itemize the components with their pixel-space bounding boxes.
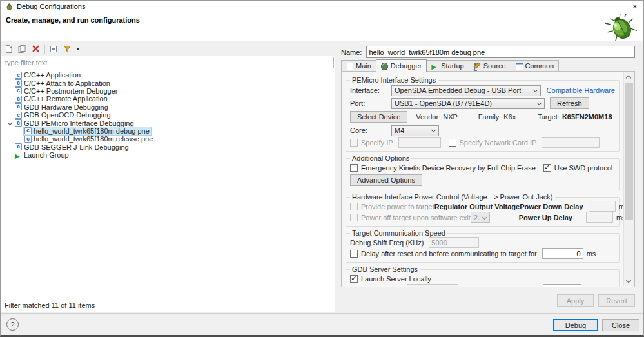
scrollbar-thumb[interactable] (625, 83, 633, 220)
port-select[interactable]: USB1 - OpenSDA (B7791E4D) (391, 98, 545, 109)
specify-network-checkbox[interactable] (449, 139, 456, 147)
use-swd-checkbox[interactable] (543, 164, 551, 172)
chevron-down-icon (533, 88, 538, 93)
family-value: K6x (503, 113, 516, 121)
tree-item[interactable]: C/C++ Postmortem Debugger (1, 87, 335, 95)
c-icon (15, 143, 22, 150)
bug-icon (381, 63, 388, 70)
filter-input[interactable] (3, 57, 334, 68)
delay-after-reset-checkbox[interactable] (350, 250, 358, 258)
network-card-ip-input (542, 137, 600, 148)
core-select[interactable]: M4 (391, 125, 439, 136)
expand-arrow-icon[interactable] (7, 119, 14, 127)
configurations-panel: C/C++ Application C/C++ Attach to Applic… (1, 41, 335, 312)
tab[interactable]: Startup (426, 60, 469, 71)
apply-revert-row: Apply Revert (557, 294, 635, 307)
configurations-toolbar (1, 41, 335, 56)
tree-item[interactable]: Launch Group (1, 151, 335, 159)
tab-label: Startup (441, 62, 463, 70)
c-icon (15, 87, 22, 94)
c-icon (15, 79, 22, 87)
group-title: PEMicro Interface Settings (350, 76, 438, 84)
dialog-body: C/C++ Application C/C++ Attach to Applic… (1, 41, 643, 312)
toolbar-separator (44, 45, 45, 54)
tab[interactable]: Common (511, 60, 560, 71)
name-row: Name: (341, 46, 635, 58)
help-icon[interactable]: ? (6, 318, 19, 331)
tree-item[interactable]: hello_world_twrk65f180m debug pne (1, 127, 335, 135)
filter-configurations-icon[interactable] (62, 43, 73, 55)
port-label: Port: (350, 99, 391, 107)
apply-button: Apply (557, 294, 594, 307)
emergency-recovery-checkbox[interactable] (350, 164, 358, 172)
tree-item-label: GDB OpenOCD Debugging (24, 111, 111, 119)
advanced-options-button[interactable]: Advanced Options (350, 174, 422, 186)
tree-item[interactable]: hello_world_twrk65f180m release pne (1, 135, 335, 143)
scroll-up-icon[interactable] (624, 72, 634, 82)
name-input[interactable] (366, 46, 635, 58)
window-close-icon[interactable]: × (631, 2, 639, 11)
play-icon (431, 63, 438, 70)
debug-configurations-dialog: Debug Configurations × Create, manage, a… (0, 0, 644, 337)
power-down-delay-input (589, 201, 616, 212)
tree-item-label: GDB PEMicro Interface Debugging (24, 119, 134, 127)
launch-server-locally-label: Launch Server Locally (361, 275, 431, 283)
tree-item-label: C/C++ Remote Application (24, 95, 108, 103)
chevron-down-icon (431, 128, 436, 133)
interface-label: Interface: (350, 87, 391, 94)
tree-item-label: GDB Hardware Debugging (24, 103, 108, 111)
title-bar: Debug Configurations × (1, 1, 643, 12)
scroll-down-icon[interactable] (624, 276, 634, 286)
delay-after-reset-label: Delay after reset and before communicati… (361, 250, 537, 258)
vertical-scrollbar[interactable] (623, 72, 634, 286)
tree-item-label: C/C++ Attach to Application (24, 79, 110, 87)
launch-server-locally-checkbox[interactable] (350, 275, 358, 283)
new-configuration-icon[interactable] (3, 43, 14, 55)
tree-item[interactable]: C/C++ Application (1, 71, 335, 79)
tree-item-label: C/C++ Application (24, 71, 81, 79)
tab-label: Common (525, 62, 554, 70)
source-icon (474, 63, 481, 70)
tree-item-label: hello_world_twrk65f180m release pne (34, 135, 153, 143)
dialog-subtitle: Create, manage, and run configurations (6, 16, 140, 24)
specify-network-label: Specify Network Card IP (460, 139, 537, 147)
communication-speed-group: Target Communication Speed Debug Shift F… (346, 233, 620, 263)
use-swd-label: Use SWD protocol (554, 164, 612, 172)
c-icon (15, 103, 22, 110)
voltage-select: 2V (471, 212, 490, 223)
tree-item-label: C/C++ Postmortem Debugger (24, 87, 118, 95)
debugger-settings-viewport: PEMicro Interface Settings Interface: Op… (341, 71, 635, 287)
tree-item[interactable]: GDB PEMicro Interface Debugging (1, 119, 335, 127)
tree-item[interactable]: GDB OpenOCD Debugging (1, 111, 335, 119)
tree-item[interactable]: C/C++ Remote Application (1, 95, 335, 103)
close-button[interactable]: Close (602, 319, 639, 331)
c-icon (15, 112, 22, 119)
interface-select[interactable]: OpenSDA Embedded Debug - USB Port (391, 85, 541, 96)
power-up-delay-label: Power Up Delay (519, 214, 572, 221)
refresh-button[interactable]: Refresh (550, 97, 589, 109)
delay-input[interactable] (542, 248, 583, 259)
tab[interactable]: Debugger (376, 59, 427, 72)
tab[interactable]: Main (341, 60, 376, 71)
c-icon (15, 72, 22, 79)
filter-menu-caret-icon[interactable] (76, 48, 80, 50)
tree-item[interactable]: GDB Hardware Debugging (1, 103, 335, 111)
tree-item-label: Launch Group (24, 151, 69, 159)
emergency-recovery-label: Emergency Kinetis Device Recovery by Ful… (361, 164, 536, 172)
ms-label: ms (587, 250, 596, 258)
vendor-value: NXP (443, 113, 458, 121)
tree-item[interactable]: GDB SEGGER J-Link Debugging (1, 143, 335, 151)
debug-button[interactable]: Debug (553, 319, 598, 331)
group-title: Target Communication Speed (350, 229, 447, 237)
collapse-all-icon[interactable] (48, 43, 60, 55)
freq-label: Debug Shift Freq (KHz) (350, 239, 424, 247)
duplicate-configuration-icon[interactable] (16, 43, 28, 55)
select-device-button[interactable]: Select Device (350, 111, 407, 123)
tree-item[interactable]: C/C++ Attach to Application (1, 79, 335, 87)
compatible-hardware-link[interactable]: Compatible Hardware (547, 87, 615, 94)
server-port-input[interactable] (543, 284, 581, 287)
delete-configuration-icon[interactable] (30, 43, 41, 55)
pemicro-interface-settings-group: PEMicro Interface Settings Interface: Op… (346, 80, 620, 152)
tab[interactable]: Source (469, 60, 511, 71)
target-label: Target: (538, 113, 560, 121)
